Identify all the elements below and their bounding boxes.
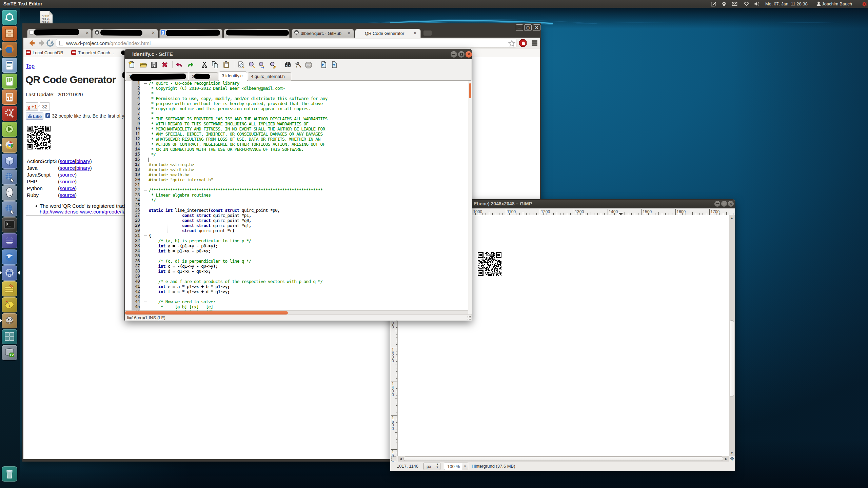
svg-text:LV: LV (10, 353, 14, 357)
svg-text:STOP: STOP (306, 64, 311, 66)
svg-text:t: t (9, 303, 11, 308)
